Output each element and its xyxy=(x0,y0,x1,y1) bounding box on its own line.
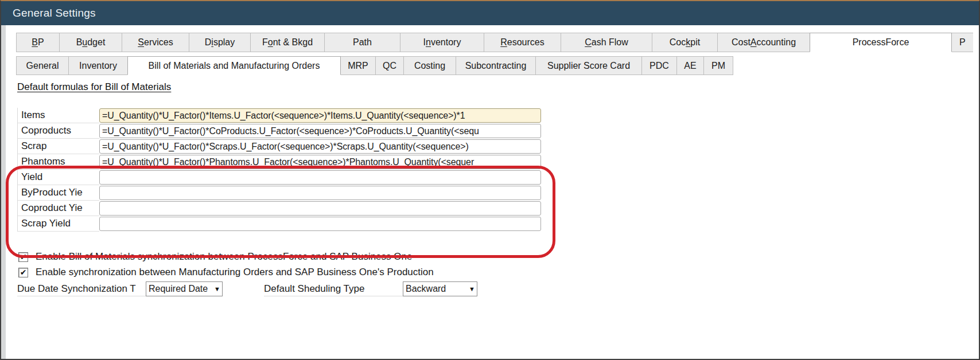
scrap-yield-formula-field[interactable] xyxy=(99,217,541,231)
tab-cash-flow[interactable]: Cash Flow xyxy=(561,33,652,52)
main-tab-bar: BPBudgetServicesDisplayFont & BkgdPathIn… xyxy=(16,33,973,52)
scrap-label: Scrap xyxy=(18,139,99,154)
phantoms-formula-field[interactable]: =U_Quantity()*U_Factor()*Phantoms.U_Fact… xyxy=(99,155,541,169)
section-heading: Default formulas for Bill of Materials xyxy=(17,81,171,93)
default-scheduling-type-label: Default Sheduling Type xyxy=(264,281,409,296)
sub-tab-bar: GeneralInventoryBill of Materials and Ma… xyxy=(16,56,733,75)
bom-sync-checkbox-row: ✔ Enable Bill of Materials synchronizati… xyxy=(18,250,412,264)
tab-path[interactable]: Path xyxy=(324,33,400,52)
window-titlebar: General Settings xyxy=(1,1,979,25)
items-formula-field[interactable]: =U_Quantity()*U_Factor()*Items.U_Factor(… xyxy=(99,108,541,123)
items-label: Items xyxy=(18,108,99,123)
default-scheduling-type-value: Backward xyxy=(403,284,469,294)
formula-row-items: Items=U_Quantity()*U_Factor()*Items.U_Fa… xyxy=(18,108,541,123)
subtab-bill-of-materials-and-manufacturing-orders[interactable]: Bill of Materials and Manufacturing Orde… xyxy=(127,56,341,75)
formula-row-coproducts: Coproducts=U_Quantity()*U_Factor()*CoPro… xyxy=(18,123,541,139)
subtab-inventory[interactable]: Inventory xyxy=(68,56,128,75)
page-title: General Settings xyxy=(13,7,96,19)
mo-sync-checkbox-row: ✔ Enable synchronization between Manufac… xyxy=(18,265,434,279)
scrap-formula-field[interactable]: =U_Quantity()*U_Factor()*Scraps.U_Factor… xyxy=(99,139,541,154)
bom-sync-label: Enable Bill of Materials synchronization… xyxy=(36,251,412,263)
tab-font-bkgd[interactable]: Font & Bkgd xyxy=(250,33,325,52)
chevron-down-icon: ▼ xyxy=(214,286,222,292)
yield-label: Yield xyxy=(18,170,99,185)
bom-sync-checkbox[interactable]: ✔ xyxy=(18,252,28,262)
scheduling-controls: Due Date Synchonization T Required Date … xyxy=(17,281,648,297)
subtab-mrp[interactable]: MRP xyxy=(340,56,376,75)
coproducts-label: Coproducts xyxy=(18,123,99,139)
due-date-sync-label: Due Date Synchonization T xyxy=(17,281,146,296)
formula-row-yield: Yield xyxy=(18,170,541,185)
subtab-ae[interactable]: AE xyxy=(676,56,704,75)
general-settings-window: General Settings BPBudgetServicesDisplay… xyxy=(0,0,980,360)
window-left-frame xyxy=(1,25,6,359)
tab-bp[interactable]: BP xyxy=(16,33,60,52)
tab-cockpit[interactable]: Cockpit xyxy=(652,33,718,52)
tab-processforce[interactable]: ProcessForce xyxy=(810,33,952,52)
tab-display[interactable]: Display xyxy=(189,33,251,52)
subtab-qc[interactable]: QC xyxy=(375,56,404,75)
subtab-costing[interactable]: Costing xyxy=(403,56,456,75)
mo-sync-label: Enable synchronization between Manufactu… xyxy=(36,267,434,278)
coproduct-yie-label: Coproduct Yie xyxy=(18,201,99,216)
coproducts-formula-field[interactable]: =U_Quantity()*U_Factor()*CoProducts.U_Fa… xyxy=(99,124,541,138)
tab-cost-accounting[interactable]: Cost Accounting xyxy=(717,33,810,52)
coproduct-yie-formula-field[interactable] xyxy=(99,201,541,216)
scrap-yield-label: Scrap Yield xyxy=(18,216,99,232)
default-scheduling-type-dropdown[interactable]: Backward ▼ xyxy=(403,281,477,296)
due-date-sync-value: Required Date xyxy=(146,284,214,294)
formula-row-scrap: Scrap=U_Quantity()*U_Factor()*Scraps.U_F… xyxy=(18,139,541,154)
phantoms-label: Phantoms xyxy=(18,154,99,170)
tab-p[interactable]: P xyxy=(951,33,973,52)
tab-resources[interactable]: Resources xyxy=(484,33,561,52)
subtab-general[interactable]: General xyxy=(16,56,69,75)
chevron-down-icon: ▼ xyxy=(469,286,477,292)
checkmark-icon: ✔ xyxy=(20,268,27,276)
yield-formula-field[interactable] xyxy=(99,170,541,185)
due-date-sync-dropdown[interactable]: Required Date ▼ xyxy=(146,281,223,296)
formula-row-coproduct-yie: Coproduct Yie xyxy=(18,201,541,216)
subtab-subcontracting[interactable]: Subcontracting xyxy=(456,56,536,75)
tab-budget[interactable]: Budget xyxy=(59,33,122,52)
byproduct-yie-formula-field[interactable] xyxy=(99,186,541,200)
subtab-supplier-score-card[interactable]: Supplier Score Card xyxy=(535,56,642,75)
subtab-pdc[interactable]: PDC xyxy=(641,56,677,75)
formula-row-scrap-yield: Scrap Yield xyxy=(18,216,541,232)
checkmark-icon: ✔ xyxy=(20,253,27,261)
bom-formula-rows: Items=U_Quantity()*U_Factor()*Items.U_Fa… xyxy=(17,108,541,232)
formula-row-phantoms: Phantoms=U_Quantity()*U_Factor()*Phantom… xyxy=(18,154,541,170)
byproduct-yie-label: ByProduct Yie xyxy=(18,185,99,201)
subtab-pm[interactable]: PM xyxy=(703,56,733,75)
tab-inventory[interactable]: Inventory xyxy=(400,33,484,52)
mo-sync-checkbox[interactable]: ✔ xyxy=(18,268,28,277)
tab-services[interactable]: Services xyxy=(122,33,189,52)
formula-row-byproduct-yie: ByProduct Yie xyxy=(18,185,541,201)
